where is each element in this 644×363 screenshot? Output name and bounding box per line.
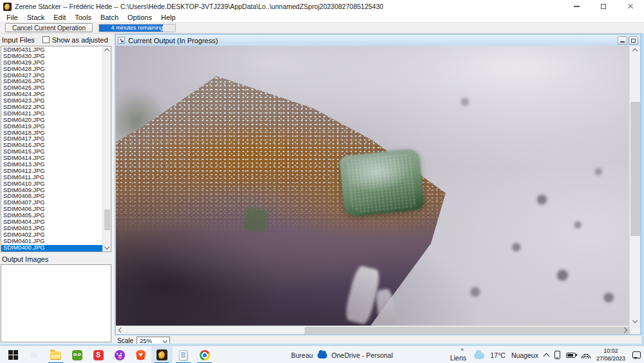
current-output-frame: Current Output (In Progress)	[115, 34, 641, 335]
input-file-list-box: SDIM0431.JPGSDIM0430.JPGSDIM0429.JPGSDIM…	[1, 46, 111, 252]
viewer-horizontal-scrollbar[interactable]	[116, 326, 640, 334]
cancel-current-operation-button[interactable]: Cancel Current Operation	[5, 23, 93, 32]
scroll-up-icon[interactable]	[104, 48, 109, 54]
writer-icon	[179, 350, 187, 360]
output-images-label: Output Images	[2, 255, 48, 263]
photo-rock	[116, 68, 475, 326]
taskbar-app-dropbox[interactable]	[24, 346, 45, 363]
desktop-toolbar-label[interactable]: Bureau	[291, 351, 313, 359]
taskbar-toolbars: Bureau OneDrive - Personal	[291, 346, 393, 363]
frame-controls	[618, 36, 638, 44]
zerene-icon	[156, 349, 167, 360]
hidden-icons-chevron-icon[interactable]	[544, 353, 550, 359]
file-list-scroll-thumb[interactable]	[104, 210, 110, 230]
current-output-titlebar[interactable]: Current Output (In Progress)	[116, 35, 640, 46]
zerene-stacker-window: Zerene Stacker -- Frédéric Hède -- C:\Us…	[0, 0, 644, 346]
window-frame-right	[641, 34, 644, 346]
scroll-down-icon[interactable]	[104, 244, 109, 250]
maximize-icon	[601, 4, 606, 9]
menu-stack[interactable]: Stack	[23, 14, 50, 21]
current-output-title: Current Output (In Progress)	[128, 37, 614, 44]
taskbar: Bureau OneDrive - Personal » Liens 17°C …	[0, 346, 644, 363]
clock-time: 10:02	[596, 348, 625, 355]
image-thumbnail-icon	[118, 37, 125, 44]
photo-white-crystal	[343, 264, 382, 325]
input-files-panel: Input Files Show as adjusted SDIM0431.JP…	[0, 34, 112, 346]
input-files-label: Input Files	[2, 36, 35, 44]
progress-bar-label: 4 minutes remaining	[99, 25, 175, 32]
onedrive-icon	[317, 353, 327, 358]
content-area: Input Files Show as adjusted SDIM0431.JP…	[0, 34, 644, 346]
scale-value: 25%	[140, 337, 152, 344]
links-toolbar: » Liens	[439, 346, 466, 363]
scale-label: Scale	[117, 337, 133, 344]
clock[interactable]: 10:02 27/08/2023	[596, 348, 625, 362]
menubar: FileStackEditToolsBatchOptionsHelp	[0, 13, 644, 22]
progress-bar: 4 minutes remaining	[99, 24, 176, 32]
scroll-left-icon[interactable]	[118, 328, 124, 333]
dropbox-icon	[30, 350, 40, 360]
file-list-scrollbar[interactable]	[102, 46, 111, 251]
close-icon	[627, 3, 634, 10]
taskbar-app-tripadvisor[interactable]	[66, 346, 88, 363]
minimize-button[interactable]	[563, 0, 590, 13]
taskbar-app-chrome[interactable]	[194, 346, 215, 363]
close-button[interactable]	[617, 0, 644, 13]
taskbar-app-zerene[interactable]	[151, 346, 173, 363]
file-row[interactable]: SDIM0400.JPG	[1, 245, 102, 251]
show-as-adjusted-checkbox[interactable]	[43, 36, 50, 43]
input-files-header: Input Files Show as adjusted	[0, 34, 112, 46]
start-icon	[8, 350, 18, 360]
viewer-body	[116, 46, 640, 326]
frame-maximize-button[interactable]	[629, 36, 638, 44]
red-app-icon	[93, 350, 104, 360]
minimize-icon	[620, 41, 625, 43]
menu-options[interactable]: Options	[123, 14, 156, 21]
taskbar-app-brave[interactable]	[130, 346, 151, 363]
device-icon[interactable]	[554, 351, 560, 359]
taskbar-app-purple-app[interactable]	[109, 346, 130, 363]
chevron-down-icon	[163, 338, 167, 342]
minimize-icon	[574, 6, 580, 7]
maximize-icon	[631, 39, 636, 43]
scroll-down-icon[interactable]	[632, 318, 638, 323]
taskbar-app-explorer[interactable]	[45, 346, 66, 363]
photo-vignette	[116, 46, 629, 326]
output-images-list[interactable]	[1, 264, 111, 342]
overflow-chevron[interactable]: »	[460, 346, 464, 353]
menu-help[interactable]: Help	[156, 14, 180, 21]
taskbar-app-red-app[interactable]	[88, 346, 109, 363]
photo-small-green-crystal	[243, 206, 269, 231]
photo-foliage-blur	[116, 88, 167, 155]
photo-white-crystal-2	[375, 288, 397, 326]
menu-edit[interactable]: Edit	[49, 14, 70, 21]
menu-batch[interactable]: Batch	[96, 14, 123, 21]
viewer-vscroll-thumb[interactable]	[630, 102, 640, 236]
taskbar-app-writer[interactable]	[173, 346, 194, 363]
zerene-app-icon	[3, 3, 12, 11]
taskbar-apps	[3, 346, 215, 363]
battery-icon[interactable]	[566, 353, 576, 358]
weather-cloud-icon[interactable]	[474, 353, 484, 359]
chrome-icon	[200, 350, 210, 360]
scroll-up-icon[interactable]	[632, 48, 638, 54]
maximize-button[interactable]	[590, 0, 617, 13]
photo-specks	[116, 46, 629, 326]
tripadvisor-icon	[72, 350, 82, 360]
wifi-icon[interactable]	[582, 352, 591, 358]
viewer-hscroll-thumb[interactable]	[305, 327, 630, 334]
onedrive-label[interactable]: OneDrive - Personal	[332, 351, 393, 359]
action-center-icon[interactable]	[632, 351, 641, 358]
weather-condition[interactable]: Nuageux	[511, 351, 538, 359]
viewer-vertical-scrollbar[interactable]	[629, 46, 640, 326]
links-label[interactable]: Liens	[450, 354, 466, 362]
menu-file[interactable]: File	[2, 14, 23, 21]
menu-tools[interactable]: Tools	[70, 14, 96, 21]
frame-minimize-button[interactable]	[618, 36, 627, 44]
show-as-adjusted-label: Show as adjusted	[52, 36, 108, 44]
system-tray: 17°C Nuageux 10:02 27/08/2023	[474, 346, 641, 363]
toolbar: Cancel Current Operation 4 minutes remai…	[0, 22, 644, 34]
window-title: Zerene Stacker -- Frédéric Hède -- C:\Us…	[15, 3, 383, 10]
taskbar-app-start[interactable]	[3, 346, 24, 363]
weather-temperature[interactable]: 17°C	[490, 351, 505, 359]
